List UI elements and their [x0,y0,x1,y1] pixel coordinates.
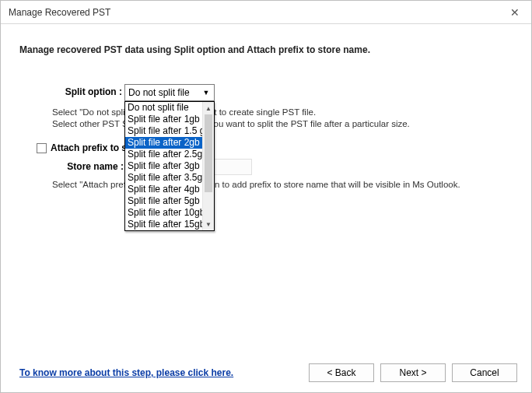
dropdown-option[interactable]: Split file after 3gb [125,160,202,172]
close-button[interactable]: ✕ [499,1,531,24]
dropdown-scrollbar[interactable]: ▲ ▼ [202,102,214,230]
dialog-window: Manage Recovered PST ✕ Manage recovered … [0,0,532,393]
back-button[interactable]: < Back [309,363,374,382]
dropdown-option[interactable]: Split file after 2.5gb [125,149,202,160]
dropdown-option[interactable]: Split file after 2gb [125,137,202,149]
close-icon: ✕ [510,6,520,19]
dropdown-option[interactable]: Split file after 15gb [125,219,202,230]
window-title: Manage Recovered PST [9,7,499,18]
dropdown-option[interactable]: Split file after 1gb [125,114,202,125]
titlebar: Manage Recovered PST ✕ [1,1,531,24]
scroll-down-icon[interactable]: ▼ [203,218,214,230]
dropdown-option[interactable]: Split file after 5gb [125,195,202,207]
split-option-dropdown[interactable]: Do not split fileSplit file after 1gbSpl… [124,101,215,231]
dropdown-option[interactable]: Do not split file [125,102,202,114]
content-area: Manage recovered PST data using Split op… [1,24,531,353]
dropdown-option[interactable]: Split file after 3.5gb [125,172,202,184]
split-desc-line2: Select other PST Split option suitable i… [52,119,410,128]
scroll-up-icon[interactable]: ▲ [203,102,214,114]
split-option-label: Split option : [52,86,122,97]
help-link[interactable]: To know more about this step, please cli… [19,367,233,378]
store-name-label: Store name : [63,161,124,172]
split-option-select[interactable]: Do not split file ▼ [124,84,215,101]
attach-prefix-checkbox[interactable] [37,143,47,153]
footer: To know more about this step, please cli… [1,353,531,392]
chevron-down-icon: ▼ [200,85,212,100]
store-name-input[interactable] [209,159,252,175]
dropdown-option[interactable]: Split file after 4gb [125,184,202,195]
dropdown-option[interactable]: Split file after 1.5 gb [125,125,202,137]
scroll-thumb[interactable] [205,114,212,192]
next-button[interactable]: Next > [380,363,446,382]
split-option-selected: Do not split file [128,87,200,98]
dropdown-option[interactable]: Split file after 10gb [125,207,202,219]
cancel-button[interactable]: Cancel [452,363,517,382]
attach-desc: Select "Attach prefix to store name" opt… [52,180,460,189]
page-heading: Manage recovered PST data using Split op… [19,44,513,55]
